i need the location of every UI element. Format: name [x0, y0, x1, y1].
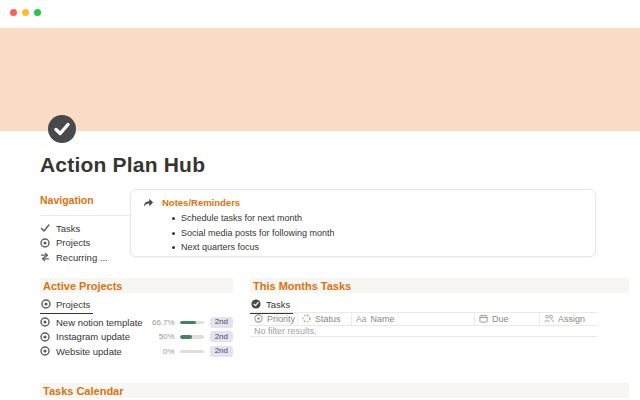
- notes-reminders-callout: Notes/Reminders Schedule tasks for next …: [130, 189, 596, 257]
- project-name: Website update: [56, 346, 145, 357]
- column-header-due[interactable]: Due: [475, 313, 540, 325]
- column-header-status[interactable]: Status: [298, 313, 352, 325]
- column-header-assign[interactable]: Assign: [540, 313, 597, 325]
- text-icon: Aa: [356, 314, 366, 324]
- project-percent: 0%: [145, 347, 175, 356]
- nav-link-label: Recurring ...: [56, 252, 108, 263]
- calendar-icon: [479, 314, 488, 323]
- tab-label: Projects: [56, 299, 90, 310]
- window-minimize-button[interactable]: [22, 9, 29, 16]
- project-badge: 2nd: [210, 317, 233, 328]
- window-close-button[interactable]: [10, 9, 17, 16]
- target-icon: [40, 332, 50, 342]
- check-circle-icon: [251, 299, 261, 309]
- window-titlebar: [0, 0, 640, 28]
- nav-link-recurring[interactable]: Recurring ...: [40, 250, 130, 265]
- callout-bullet: Schedule tasks for next month: [143, 211, 583, 226]
- nav-link-projects[interactable]: Projects: [40, 236, 130, 251]
- recurring-arrows-icon: [40, 252, 50, 262]
- status-icon: [302, 314, 311, 323]
- tab-projects[interactable]: Projects: [40, 298, 93, 314]
- assign-people-icon: [544, 314, 554, 323]
- callout-bullet: Social media posts for following month: [143, 226, 583, 241]
- priority-icon: [254, 314, 263, 323]
- project-badge: 2nd: [210, 331, 233, 342]
- project-name: New notion template: [56, 317, 145, 328]
- page-title: Action Plan Hub: [40, 153, 205, 177]
- progress-bar: [180, 335, 204, 339]
- active-projects-heading: Active Projects: [40, 278, 233, 293]
- page-cover-image: [0, 28, 640, 131]
- navigation-section: Navigation Tasks Projects Recurring ...: [40, 194, 130, 265]
- project-row[interactable]: New notion template 66.7% 2nd: [40, 315, 233, 330]
- project-percent: 66.7%: [145, 318, 175, 327]
- target-icon: [40, 317, 50, 327]
- tasks-calendar-heading: Tasks Calendar: [40, 383, 629, 398]
- progress-bar: [180, 321, 204, 325]
- nav-link-tasks[interactable]: Tasks: [40, 221, 130, 236]
- callout-bullet: Next quarters focus: [143, 240, 583, 255]
- navigation-heading: Navigation: [40, 194, 130, 216]
- tasks-table: Priority Status Aa Name Due Assign: [250, 312, 597, 337]
- callout-bullet-list: Schedule tasks for next month Social med…: [143, 211, 583, 255]
- nav-link-label: Tasks: [56, 223, 80, 234]
- nav-link-label: Projects: [56, 237, 90, 248]
- no-filter-results-message: No filter results.: [250, 326, 597, 338]
- window-zoom-button[interactable]: [34, 9, 41, 16]
- project-name: Instagram update: [56, 331, 145, 342]
- forward-arrow-icon: [143, 197, 154, 208]
- project-badge: 2nd: [210, 346, 233, 357]
- progress-bar: [180, 350, 204, 354]
- target-icon: [41, 299, 51, 309]
- checkmark-icon: [40, 223, 50, 233]
- target-icon: [40, 238, 50, 248]
- project-row[interactable]: Instagram update 50% 2nd: [40, 330, 233, 345]
- monthly-tasks-heading: This Months Tasks: [250, 278, 629, 293]
- page-check-circle-icon[interactable]: [47, 114, 77, 144]
- column-header-priority[interactable]: Priority: [250, 313, 298, 325]
- tab-label: Tasks: [266, 299, 290, 310]
- notion-app-window: Action Plan Hub Navigation Tasks Project…: [0, 0, 640, 400]
- target-icon: [40, 346, 50, 356]
- project-row[interactable]: Website update 0% 2nd: [40, 344, 233, 359]
- monthly-tasks-section: Tasks Priority Status Aa Name: [250, 295, 629, 337]
- project-percent: 50%: [145, 332, 175, 341]
- callout-title: Notes/Reminders: [162, 197, 240, 208]
- tab-tasks[interactable]: Tasks: [250, 298, 293, 314]
- active-projects-section: Projects New notion template 66.7% 2nd I…: [40, 295, 233, 359]
- column-header-name[interactable]: Aa Name: [352, 313, 475, 325]
